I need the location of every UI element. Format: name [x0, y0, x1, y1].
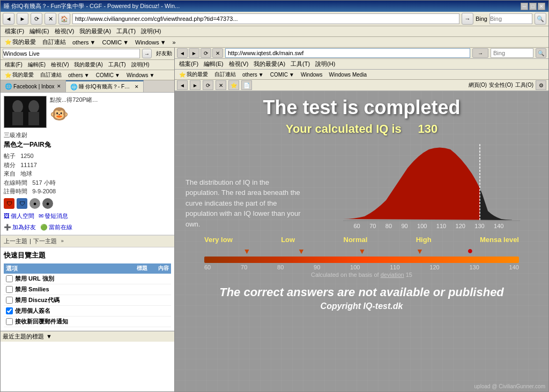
- left-menu-edit[interactable]: 編輯(E): [26, 61, 48, 69]
- second-back-button[interactable]: ◄: [177, 48, 188, 58]
- bookmark-others[interactable]: others ▼: [70, 39, 98, 46]
- facebook-tab-icon: 🌐: [5, 83, 12, 90]
- menu-tools[interactable]: 工具(T): [114, 27, 138, 36]
- left-search-button[interactable]: →: [142, 49, 152, 58]
- bookmark-windows[interactable]: Windows ▼: [133, 39, 168, 46]
- right-tool-6[interactable]: 📄: [241, 80, 252, 90]
- right-tool-2[interactable]: ►: [190, 80, 201, 90]
- others-label: others: [72, 39, 89, 46]
- right-tool-4[interactable]: ✕: [216, 80, 226, 90]
- menu-edit[interactable]: 編輯(E): [27, 27, 51, 36]
- menu-file[interactable]: 檔案(F): [3, 27, 26, 36]
- search-button[interactable]: 🔍: [535, 13, 546, 25]
- receive-reply-checkbox[interactable]: [6, 318, 13, 325]
- send-msg-link[interactable]: ✉ 發短消息: [39, 212, 68, 220]
- bookmark-favorites[interactable]: ⭐ 我的最愛: [3, 37, 38, 47]
- second-menu-edit[interactable]: 編輯(E): [202, 59, 226, 69]
- smilies-checkbox[interactable]: [6, 286, 13, 293]
- svg-rect-2: [12, 112, 23, 125]
- second-menu-tools[interactable]: 工具(T): [288, 59, 312, 69]
- score-indicator: ●: [468, 245, 473, 257]
- second-bookmark-custom[interactable]: 自訂連結: [212, 70, 238, 79]
- search-input[interactable]: [489, 13, 532, 24]
- tab-facebook[interactable]: 🌐 Facebook | Inbox ✕: [1, 80, 66, 92]
- webpage-label[interactable]: 網頁(O): [469, 81, 487, 89]
- minimize-button[interactable]: ─: [521, 3, 528, 10]
- second-stop-button[interactable]: ✕: [212, 48, 223, 58]
- second-bookmark-media[interactable]: Windows Media: [327, 71, 369, 78]
- register-row: 註冊時間 9-9-2008: [4, 187, 171, 196]
- close-button[interactable]: ✕: [538, 3, 545, 10]
- close-tab-facebook[interactable]: ✕: [57, 84, 61, 89]
- left-bookmark-favorites[interactable]: ⭐ 我的最愛: [3, 71, 36, 79]
- second-bookmark-windows[interactable]: Windows: [299, 71, 325, 78]
- left-menu-favorites[interactable]: 我的最愛(A): [72, 61, 105, 69]
- second-menu-favorites[interactable]: 我的最愛(A): [251, 59, 287, 69]
- personal-space-link[interactable]: 🖼 個人空間: [4, 212, 34, 220]
- right-tool-1[interactable]: ◄: [177, 80, 188, 90]
- search-go-button[interactable]: →: [462, 13, 473, 25]
- left-bookmark-others[interactable]: others ▼: [66, 72, 92, 79]
- second-search-button[interactable]: 🔍: [536, 48, 546, 58]
- second-search-input[interactable]: [491, 48, 533, 58]
- avatar: [4, 96, 47, 128]
- reload-button[interactable]: ⟳: [31, 13, 42, 25]
- tools-label[interactable]: 工具(O): [515, 81, 533, 89]
- left-menu-file[interactable]: 檔案(F): [3, 61, 25, 69]
- online-status-link[interactable]: 🟢 當前在線: [40, 223, 72, 231]
- menu-favorites[interactable]: 我的最愛(A): [77, 27, 113, 36]
- maximize-button[interactable]: □: [529, 3, 537, 10]
- menu-help[interactable]: 說明(H): [139, 27, 163, 36]
- close-tab-forum[interactable]: ✕: [135, 84, 139, 89]
- right-tool-5[interactable]: ⭐: [228, 80, 239, 90]
- left-bookmark-windows[interactable]: Windows ▼: [124, 72, 157, 79]
- deviation-link[interactable]: deviation: [381, 272, 404, 278]
- left-menu-view[interactable]: 檢視(V): [49, 61, 71, 69]
- iq-score-value: 130: [418, 122, 437, 135]
- topic-navigation[interactable]: 上一主題 | 下一主題 »: [1, 235, 174, 247]
- add-friend-link[interactable]: ➕ 加為好友: [4, 223, 36, 231]
- bookmark-more[interactable]: »: [170, 39, 178, 46]
- menu-view[interactable]: 檢視(V): [53, 27, 77, 36]
- cat-low: Low: [281, 236, 295, 244]
- second-bookmarks-bar: ⭐ 我的最愛 自訂連結 others ▼ COMIC ▼ Windows: [175, 70, 548, 80]
- back-button[interactable]: ◄: [3, 13, 14, 25]
- second-bookmark-others[interactable]: others ▼: [240, 71, 266, 78]
- second-star-icon: ⭐: [179, 72, 186, 78]
- left-bookmark-custom[interactable]: 自訂連結: [38, 71, 64, 79]
- address-bar[interactable]: [72, 13, 459, 24]
- second-forward-button[interactable]: ►: [189, 48, 199, 58]
- left-menu-tools[interactable]: 工具(T): [106, 61, 128, 69]
- second-media-label: Windows Media: [329, 72, 367, 78]
- second-menu-file[interactable]: 檔案(F): [177, 59, 201, 69]
- signature-checkbox[interactable]: [6, 307, 13, 314]
- second-menu-help[interactable]: 說明(H): [313, 59, 337, 69]
- bottom-label: 最近主題的標題: [3, 333, 44, 341]
- bookmark-custom-links[interactable]: 自訂連結: [40, 37, 68, 47]
- bookmark-comic[interactable]: COMIC ▼: [100, 39, 131, 46]
- tab-forum[interactable]: 🌐 睡 你IQ有幾高？- Fun... ✕: [66, 80, 144, 92]
- from-row: 來自 地球: [4, 169, 171, 178]
- url-checkbox[interactable]: [6, 275, 13, 282]
- second-bookmark-favorites[interactable]: ⭐ 我的最愛: [177, 70, 210, 79]
- second-address-bar[interactable]: [225, 48, 470, 58]
- register-value: 9-9-2008: [32, 188, 56, 194]
- next-topic-link[interactable]: 下一主題: [33, 237, 57, 245]
- left-search-input[interactable]: [3, 49, 140, 58]
- second-bookmark-comic[interactable]: COMIC ▼: [268, 71, 296, 78]
- discuz-checkbox[interactable]: [6, 297, 13, 304]
- right-tool-3[interactable]: ⟳: [203, 80, 213, 90]
- second-go-button[interactable]: →: [472, 48, 488, 58]
- forward-button[interactable]: ►: [17, 13, 28, 25]
- prev-topic-link[interactable]: 上一主題: [4, 237, 27, 245]
- left-bookmark-comic[interactable]: COMIC ▼: [94, 72, 122, 79]
- home-button[interactable]: 🏠: [58, 13, 70, 25]
- deviation-text: Calculated on the basis of deviation 15: [202, 272, 522, 278]
- stop-button[interactable]: ✕: [44, 13, 56, 25]
- second-reload-button[interactable]: ⟳: [201, 48, 211, 58]
- second-menu-view[interactable]: 檢視(V): [227, 59, 251, 69]
- left-menu-help[interactable]: 說明(H): [129, 61, 152, 69]
- security-label[interactable]: 安全性(O): [489, 81, 513, 89]
- right-settings-button[interactable]: ⚙: [536, 80, 546, 90]
- left-nav-bar: → 好友動: [1, 48, 174, 60]
